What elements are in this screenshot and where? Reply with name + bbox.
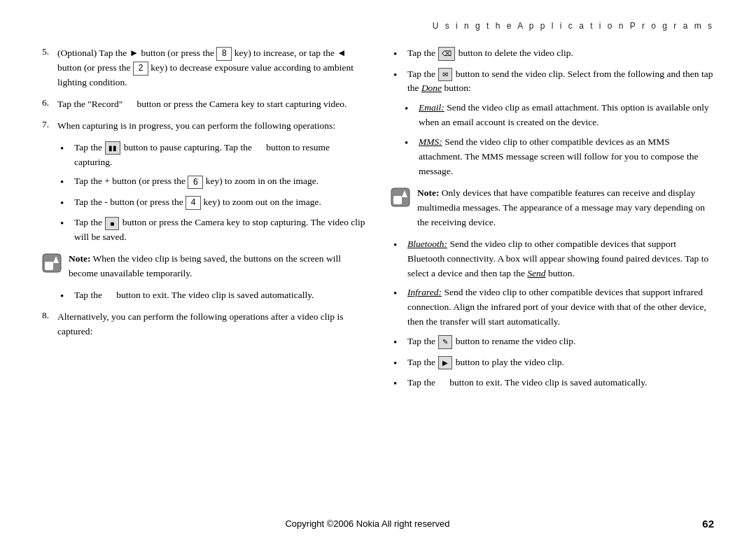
list-num-8: 8. — [42, 310, 57, 339]
bullet-text-delete: Tap the ⌫ button to delete the video cli… — [407, 46, 714, 61]
bullet-sym: • — [393, 237, 406, 253]
done-link: Done — [421, 83, 442, 93]
mms-label: MMS: — [419, 136, 442, 147]
bullet-item-stop: • Tap the ■ button or press the Camera k… — [57, 215, 365, 245]
play-btn-icon: ▶ — [438, 356, 452, 370]
bullet-sym: • — [60, 195, 73, 211]
bullet-list-right: • Tap the ⌫ button to delete the video c… — [391, 46, 714, 179]
send-btn-icon: ✉ — [438, 68, 452, 82]
note-box-2: Note: Only devices that have compatible … — [391, 186, 714, 230]
note-box-1: Note: When the video clip is being saved… — [42, 252, 365, 281]
bullet-item-pause: • Tap the ▮▮ button to pause capturing. … — [57, 141, 365, 170]
list-item-6: 6. Tap the "Record" button or press the … — [42, 97, 365, 112]
list-num-5: 5. — [42, 46, 57, 90]
rename-btn-icon: ✎ — [438, 335, 452, 349]
bullet-sym: • — [60, 174, 73, 190]
svg-rect-1 — [45, 262, 53, 270]
list-text-8: Alternatively, you can perform the follo… — [57, 310, 365, 339]
list-text-7: When capturing is in progress, you can p… — [57, 119, 365, 134]
bullet-sym: • — [405, 135, 417, 151]
svg-rect-4 — [393, 196, 402, 204]
bullet-sym: • — [393, 46, 406, 62]
footer-page-number: 62 — [693, 518, 714, 530]
note-bold-1: Note: — [69, 253, 90, 264]
bullet-item-zoom-in: • Tap the + button (or press the 6 key) … — [57, 174, 365, 190]
list-text-6: Tap the "Record" button or press the Cam… — [57, 97, 365, 112]
note-bold-2: Note: — [417, 187, 439, 198]
bullet-item-send: • Tap the ✉ button to send the video cli… — [391, 67, 714, 97]
bullet-item-mms: • MMS: Send the video clip to other comp… — [391, 135, 714, 179]
key-4: 4 — [186, 196, 201, 210]
delete-btn-icon: ⌫ — [438, 47, 455, 61]
bullet-text-email: Email: Send the video clip as email atta… — [419, 101, 714, 130]
key-2: 2 — [133, 62, 148, 76]
list-num-6: 6. — [42, 97, 57, 112]
content-area: 5. (Optional) Tap the ► button (or press… — [42, 46, 714, 397]
bullet-sym: • — [393, 334, 406, 351]
bullet-item-exit-right: • Tap the button to exit. The video clip… — [391, 376, 714, 392]
email-label: Email: — [419, 102, 444, 113]
bullet-item-infrared: • Infrared: Send the video clip to other… — [391, 285, 714, 330]
note-icon-2 — [391, 187, 413, 210]
bullet-text-infrared: Infrared: Send the video clip to other c… — [407, 285, 714, 330]
bullet-text-exit-right: Tap the button to exit. The video clip i… — [407, 376, 714, 390]
bullet-sym: • — [60, 215, 73, 232]
bullet-text-pause: Tap the ▮▮ button to pause capturing. Ta… — [74, 141, 365, 170]
bullet-text-play: Tap the ▶ button to play the video clip. — [407, 355, 714, 370]
bullet-item-exit-left: • Tap the button to exit. The video clip… — [57, 288, 365, 304]
note-text-1: Note: When the video clip is being saved… — [69, 252, 365, 281]
list-item-8: 8. Alternatively, you can perform the fo… — [42, 310, 365, 339]
bullet-text-zoom-out: Tap the - button (or press the 4 key) to… — [74, 195, 365, 210]
page-footer: Copyright ©2006 Nokia All right reserved… — [0, 518, 756, 530]
bullet-list-right-more: • Bluetooth: Send the video clip to othe… — [391, 237, 714, 392]
bullet-sym: • — [60, 288, 73, 304]
pause-btn-icon: ▮▮ — [105, 141, 120, 155]
bullet-item-bluetooth: • Bluetooth: Send the video clip to othe… — [391, 237, 714, 281]
note-icon-1 — [42, 253, 64, 276]
left-column: 5. (Optional) Tap the ► button (or press… — [42, 46, 365, 397]
footer-copyright: Copyright ©2006 Nokia All right reserved — [42, 518, 693, 529]
page: U s i n g t h e A p p l i c a t i o n P … — [0, 0, 756, 545]
bullet-sym: • — [393, 376, 406, 392]
list-text-5: (Optional) Tap the ► button (or press th… — [57, 46, 365, 90]
list-item-7: 7. When capturing is in progress, you ca… — [42, 119, 365, 134]
stop-btn-icon: ■ — [105, 217, 119, 231]
bullet-list-7: • Tap the ▮▮ button to pause capturing. … — [42, 141, 365, 246]
header-text: U s i n g t h e A p p l i c a t i o n P … — [433, 21, 714, 31]
bullet-text-stop: Tap the ■ button or press the Camera key… — [74, 215, 365, 245]
bluetooth-label: Bluetooth: — [407, 239, 447, 249]
right-column: • Tap the ⌫ button to delete the video c… — [391, 46, 714, 397]
list-num-7: 7. — [42, 119, 57, 134]
bullet-item-rename: • Tap the ✎ button to rename the video c… — [391, 334, 714, 351]
bullet-text-rename: Tap the ✎ button to rename the video cli… — [407, 334, 714, 349]
bullet-sym: • — [405, 101, 417, 117]
bullet-sym: • — [393, 355, 406, 371]
bullet-item-zoom-out: • Tap the - button (or press the 4 key) … — [57, 195, 365, 211]
bullet-sym: • — [393, 67, 406, 83]
bullet-text-mms: MMS: Send the video clip to other compat… — [419, 135, 714, 179]
list-item-5: 5. (Optional) Tap the ► button (or press… — [42, 46, 365, 90]
send-link: Send — [527, 268, 545, 278]
bullet-item-delete: • Tap the ⌫ button to delete the video c… — [391, 46, 714, 62]
key-6: 6 — [188, 176, 203, 190]
bullet-sym: • — [60, 141, 73, 157]
bullet-list-exit-left: • Tap the button to exit. The video clip… — [42, 288, 365, 304]
bullet-item-email: • Email: Send the video clip as email at… — [391, 101, 714, 130]
key-8: 8 — [216, 47, 232, 61]
bullet-text-bluetooth: Bluetooth: Send the video clip to other … — [407, 237, 714, 281]
note-text-2: Note: Only devices that have compatible … — [417, 186, 714, 230]
bullet-sym: • — [393, 285, 406, 302]
page-header: U s i n g t h e A p p l i c a t i o n P … — [42, 21, 714, 31]
bullet-text-send: Tap the ✉ button to send the video clip.… — [407, 67, 714, 97]
infrared-label: Infrared: — [407, 287, 442, 297]
bullet-text-zoom-in: Tap the + button (or press the 6 key) to… — [74, 174, 365, 189]
bullet-item-play: • Tap the ▶ button to play the video cli… — [391, 355, 714, 371]
bullet-text-exit-left: Tap the button to exit. The video clip i… — [74, 288, 365, 303]
